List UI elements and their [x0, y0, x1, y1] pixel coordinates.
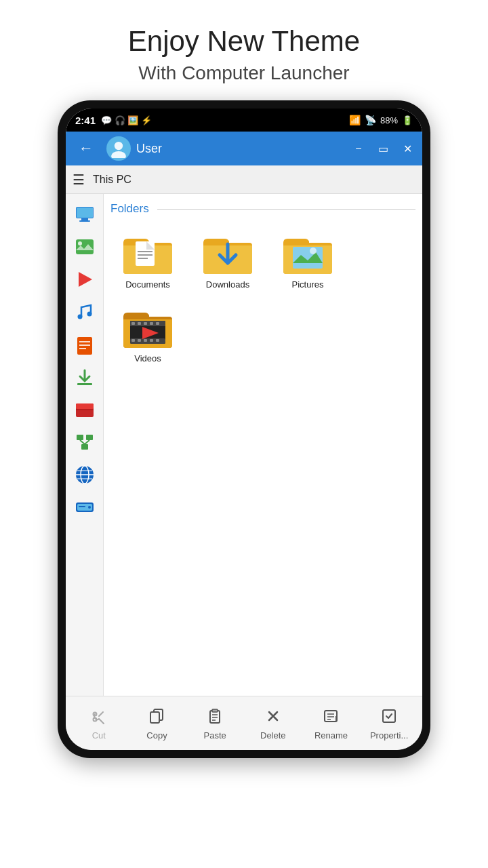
folder-downloads[interactable]: Downloads [190, 225, 265, 294]
battery-icon: 🔋 [402, 115, 413, 125]
folder-documents-name: Documents [125, 279, 170, 290]
svg-rect-41 [130, 338, 165, 344]
svg-rect-47 [156, 322, 159, 325]
minimize-button[interactable]: − [349, 139, 368, 158]
paste-label: Paste [204, 730, 226, 741]
bottom-toolbar: Cut Copy [66, 696, 422, 750]
sidebar-item-storage[interactable] [70, 492, 100, 522]
back-button[interactable]: ← [71, 134, 101, 163]
svg-rect-3 [81, 218, 88, 220]
svg-point-38 [310, 248, 317, 254]
title-username: User [136, 142, 349, 156]
rename-icon [323, 708, 339, 728]
svg-rect-43 [131, 322, 135, 325]
svg-marker-8 [79, 272, 92, 287]
folder-videos-name: Videos [134, 353, 161, 363]
svg-point-1 [111, 151, 126, 158]
sidebar-item-photos[interactable] [70, 232, 100, 262]
phone-screen: 2:41 💬 🎧 🖼️ ⚡ 📶 📡 88% 🔋 ← User [66, 108, 422, 750]
page-header: Enjoy New Theme With Computer Launcher [115, 0, 373, 100]
svg-rect-5 [77, 208, 93, 218]
svg-rect-58 [212, 709, 218, 712]
restore-button[interactable]: ▭ [373, 139, 392, 158]
sidebar-item-files[interactable] [70, 330, 100, 359]
toolbar-properties-button[interactable]: Properti... [369, 708, 409, 741]
sidebar-item-download[interactable] [70, 362, 100, 392]
photos-icon [75, 237, 95, 257]
secondary-bar: ☰ This PC [66, 165, 422, 194]
svg-rect-50 [144, 339, 147, 342]
hamburger-icon[interactable]: ☰ [73, 172, 85, 188]
status-time: 2:41 💬 🎧 🖼️ ⚡ [75, 115, 152, 126]
toolbar-paste-button[interactable]: Paste [195, 708, 235, 741]
svg-rect-45 [144, 322, 147, 325]
svg-point-7 [78, 241, 82, 245]
download-icon [75, 367, 95, 387]
toolbar-rename-button[interactable]: Rename [310, 708, 351, 741]
storage-icon [75, 497, 95, 517]
video-play-icon [75, 269, 95, 290]
copy-label: Copy [146, 730, 167, 741]
folder-videos-icon [121, 303, 175, 351]
svg-rect-4 [79, 220, 90, 222]
files-icon [75, 334, 95, 355]
svg-rect-69 [383, 710, 395, 722]
svg-rect-44 [138, 322, 141, 325]
svg-rect-17 [76, 403, 94, 409]
svg-rect-6 [76, 239, 94, 254]
status-icons: 📶 📡 88% 🔋 [349, 115, 413, 125]
cut-label: Cut [92, 730, 106, 741]
folder-documents[interactable]: Documents [110, 225, 185, 294]
sidebar [66, 194, 104, 696]
svg-rect-51 [150, 339, 153, 342]
close-button[interactable]: ✕ [398, 139, 417, 158]
sidebar-item-network[interactable] [70, 427, 100, 457]
user-avatar [106, 136, 131, 161]
main-area: Folders [66, 194, 422, 696]
page-title: Enjoy New Theme [128, 24, 360, 58]
toolbar-delete-button[interactable]: Delete [253, 708, 293, 741]
status-bar: 2:41 💬 🎧 🖼️ ⚡ 📶 📡 88% 🔋 [66, 108, 422, 132]
svg-rect-48 [131, 339, 135, 342]
sidebar-item-this-pc[interactable] [70, 199, 100, 229]
sidebar-item-gallery[interactable] [70, 395, 100, 425]
toolbar-copy-button[interactable]: Copy [136, 708, 177, 741]
toolbar-cut-button[interactable]: Cut [79, 708, 119, 741]
folder-downloads-name: Downloads [206, 279, 249, 290]
properties-label: Properti... [370, 730, 408, 741]
folders-divider [157, 209, 415, 210]
network-icon [75, 432, 95, 452]
battery-text: 88% [380, 115, 398, 125]
delete-icon [265, 708, 281, 728]
folder-pictures[interactable]: Pictures [270, 225, 345, 294]
sidebar-item-music[interactable] [70, 297, 100, 327]
delete-label: Delete [260, 730, 286, 741]
folder-downloads-icon [201, 229, 255, 277]
svg-point-54 [93, 717, 96, 721]
svg-rect-19 [77, 435, 83, 440]
svg-rect-13 [79, 344, 90, 346]
svg-rect-18 [76, 409, 94, 410]
sidebar-item-videos[interactable] [70, 264, 100, 294]
svg-rect-49 [138, 339, 141, 342]
folder-videos[interactable]: Videos [110, 299, 185, 368]
content-pane: Folders [104, 194, 422, 696]
folder-pictures-icon [281, 229, 335, 277]
computer-icon [75, 204, 95, 224]
sidebar-item-web[interactable] [70, 460, 100, 490]
svg-rect-56 [150, 712, 159, 723]
gallery-icon [75, 399, 95, 420]
svg-rect-14 [79, 348, 86, 349]
svg-line-23 [85, 440, 89, 444]
svg-rect-46 [150, 322, 153, 325]
svg-rect-52 [156, 339, 159, 342]
svg-rect-20 [86, 435, 93, 440]
title-bar: ← User − ▭ ✕ [66, 132, 422, 165]
folder-pictures-name: Pictures [292, 279, 324, 290]
svg-point-31 [88, 506, 91, 509]
svg-rect-21 [81, 444, 88, 450]
signal-icon: 📡 [365, 115, 376, 125]
rename-label: Rename [314, 730, 348, 741]
folders-label: Folders [110, 202, 149, 216]
svg-rect-12 [79, 341, 90, 342]
